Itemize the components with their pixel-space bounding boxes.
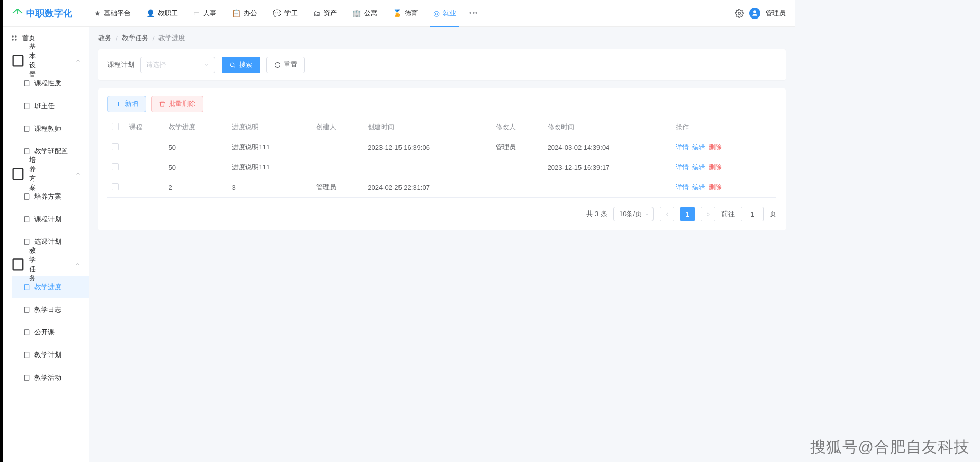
asset-icon: 🗂 (313, 9, 320, 17)
sidebar-item-teachplan[interactable]: 教学计划 (12, 344, 89, 366)
sidebar-item-openclass[interactable]: 公开课 (12, 321, 89, 344)
breadcrumb-item[interactable]: 教学任务 (122, 33, 149, 43)
table-row: 23管理员2024-02-25 22:31:07详情编辑删除 (107, 177, 776, 198)
edit-link[interactable]: 编辑 (692, 143, 705, 151)
delete-link[interactable]: 删除 (709, 143, 722, 151)
page-size-select[interactable]: 10条/页 (613, 207, 654, 221)
settings-icon[interactable] (735, 9, 744, 18)
book-icon (23, 374, 30, 381)
edit-link[interactable]: 编辑 (692, 163, 705, 171)
topnav-item-3[interactable]: 📋办公 (225, 0, 264, 27)
search-button[interactable]: 搜索 (222, 57, 260, 73)
cell-mtime (543, 177, 672, 198)
breadcrumb: 教务 / 教学任务 / 教学进度 (89, 27, 795, 49)
pager-total: 共 3 条 (586, 209, 607, 219)
col-course: 课程 (125, 117, 165, 137)
sidebar-item-log[interactable]: 教学日志 (12, 298, 89, 321)
topnav-item-5[interactable]: 🗂资产 (306, 0, 344, 27)
book-icon (23, 80, 30, 87)
sidebar-group-task[interactable]: 教学任务 (3, 253, 89, 276)
svg-rect-16 (24, 307, 29, 313)
topnav-item-6[interactable]: 🏢公寓 (345, 0, 385, 27)
user-label[interactable]: 管理员 (766, 9, 786, 18)
cell-course (125, 137, 165, 157)
book-icon (23, 216, 30, 223)
topnav-item-8[interactable]: ◎就业 (426, 0, 463, 27)
chevron-right-icon (705, 211, 711, 217)
edit-link[interactable]: 编辑 (692, 183, 705, 191)
table-row: 50进度说明1112023-12-15 16:39:06管理员2024-03-0… (107, 137, 776, 157)
svg-point-0 (738, 12, 741, 14)
calendar-icon: 🏢 (352, 9, 361, 17)
col-creator: 创建人 (312, 117, 364, 137)
topnav-item-2[interactable]: ▭人事 (186, 0, 224, 27)
col-desc: 进度说明 (228, 117, 312, 137)
goto-input[interactable] (741, 207, 764, 221)
plus-icon (115, 101, 122, 108)
chevron-up-icon (75, 171, 81, 177)
svg-point-20 (230, 63, 234, 67)
target-icon: ◎ (433, 9, 440, 17)
pagination: 共 3 条 10条/页 1 前往 页 (107, 207, 776, 221)
data-table: 课程 教学进度 进度说明 创建人 创建时间 修改人 修改时间 操作 50进度说明… (107, 117, 776, 198)
brand[interactable]: 中职数字化 (12, 7, 72, 20)
cell-mtime: 2024-03-02 14:39:04 (543, 137, 672, 157)
cell-ctime (364, 157, 492, 177)
sidebar-item-course-teacher[interactable]: 课程教师 (12, 117, 89, 140)
svg-point-3 (12, 39, 14, 41)
delete-link[interactable]: 删除 (709, 183, 722, 191)
checkbox-row[interactable] (112, 183, 119, 190)
detail-link[interactable]: 详情 (676, 183, 689, 191)
topnav-item-0[interactable]: ★基础平台 (87, 0, 138, 27)
checkbox-row[interactable] (112, 163, 119, 170)
goto-label-suf: 页 (770, 209, 776, 219)
svg-rect-6 (24, 81, 29, 86)
cell-mtime: 2023-12-15 16:39:17 (543, 157, 672, 177)
book-icon (23, 102, 30, 110)
prev-page-button[interactable] (660, 207, 674, 221)
top-right: 管理员 (735, 8, 786, 19)
sidebar-item-class-teacher[interactable]: 班主任 (12, 95, 89, 117)
checkbox-row[interactable] (112, 143, 119, 150)
topnav-item-7[interactable]: 🏅德育 (386, 0, 425, 27)
cell-ops: 详情编辑删除 (672, 137, 776, 157)
col-ops: 操作 (672, 117, 776, 137)
sidebar-group-basic[interactable]: 基本设置 (3, 49, 89, 72)
book-icon (23, 351, 30, 359)
add-button[interactable]: 新增 (107, 96, 146, 112)
topnav-item-1[interactable]: 👤教职工 (139, 0, 185, 27)
topnav-more[interactable]: ••• (464, 9, 483, 17)
search-icon (229, 62, 236, 68)
batch-delete-button[interactable]: 批量删除 (151, 96, 203, 112)
course-plan-select[interactable]: 请选择 (140, 57, 215, 73)
cell-ops: 详情编辑删除 (672, 177, 776, 198)
topnav-item-4[interactable]: 💬学工 (265, 0, 305, 27)
table-row: 50进度说明1112023-12-15 16:39:17详情编辑删除 (107, 157, 776, 177)
reset-button[interactable]: 重置 (266, 57, 305, 73)
cell-desc: 3 (228, 177, 312, 198)
page-number[interactable]: 1 (680, 207, 695, 221)
dashboard-icon (11, 34, 18, 42)
sidebar-item-course-plan[interactable]: 课程计划 (12, 208, 89, 230)
book-icon (23, 306, 30, 313)
cell-modifier (492, 157, 543, 177)
delete-link[interactable]: 删除 (709, 163, 722, 171)
col-modifier: 修改人 (492, 117, 543, 137)
detail-link[interactable]: 详情 (676, 163, 689, 171)
sidebar-item-activity[interactable]: 教学活动 (12, 366, 89, 389)
cell-progress: 50 (165, 157, 228, 177)
svg-rect-7 (24, 103, 29, 109)
checkbox-all[interactable] (112, 123, 119, 130)
chat-icon: 💬 (273, 9, 281, 17)
avatar[interactable] (749, 8, 760, 19)
badge-icon: 🏅 (393, 9, 402, 17)
detail-link[interactable]: 详情 (676, 143, 689, 151)
book-icon (23, 238, 30, 245)
next-page-button[interactable] (701, 207, 715, 221)
chevron-left-icon (664, 211, 670, 217)
watermark: 搜狐号@合肥自友科技 (810, 437, 970, 458)
svg-point-2 (15, 35, 17, 38)
breadcrumb-item[interactable]: 教务 (98, 33, 112, 43)
chevron-up-icon (75, 58, 81, 64)
sidebar-group-plan[interactable]: 培养方案 (3, 163, 89, 185)
